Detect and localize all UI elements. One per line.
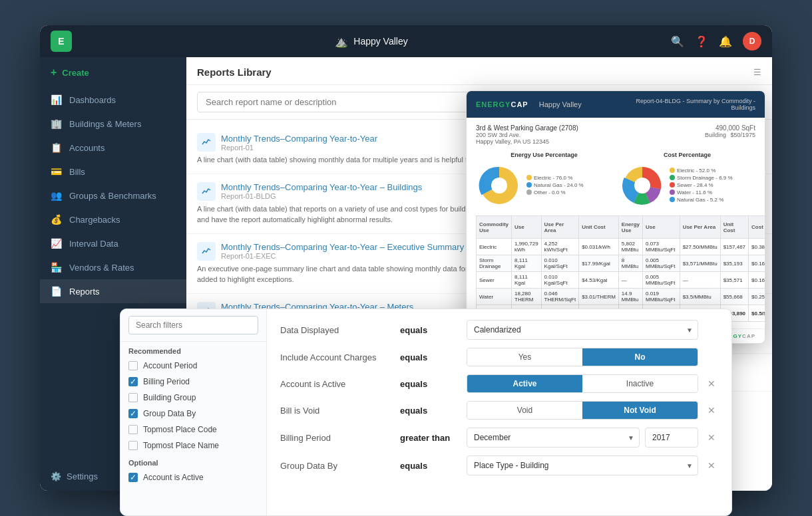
col-unit-cost: Unit Cost	[579, 216, 619, 239]
sidebar-item-groups[interactable]: 👥 Groups & Benchmarks	[40, 184, 186, 207]
include-charges-yes[interactable]: Yes	[467, 348, 582, 366]
billing-period-remove[interactable]: ✕	[705, 432, 718, 443]
cost-storm-dot	[670, 175, 675, 180]
cost-chart-section: Cost Percentage	[619, 152, 755, 209]
sidebar-item-vendors[interactable]: 🏪 Vendors & Rates	[40, 255, 186, 279]
group-data-by-value: Place Type - Building Place Type - Floor…	[467, 455, 698, 475]
filter-option-topmost-place-name[interactable]: Topmost Place Name	[120, 438, 266, 453]
bill-void-remove[interactable]: ✕	[705, 405, 718, 416]
include-charges-value: Yes No	[467, 348, 698, 366]
group-data-by-remove[interactable]: ✕	[705, 460, 718, 471]
preview-building-info: 3rd & West Parking Garage (2708) 200 SW …	[476, 124, 578, 145]
account-active-value: Active Inactive	[467, 374, 698, 393]
filter-option-building-group[interactable]: Building Group	[120, 390, 266, 406]
group-data-by-checkbox[interactable]: ✓	[128, 409, 138, 418]
billing-period-month-select[interactable]: JanuaryFebruaryMarch AprilMayJune JulyAu…	[467, 428, 640, 448]
account-active-label: Account is Active	[280, 379, 393, 389]
dashboards-icon: 📊	[51, 94, 63, 105]
reports-header: Reports Library ☰	[186, 57, 772, 85]
data-displayed-label: Data Displayed	[280, 325, 393, 335]
data-displayed-value: Calendarized Actual Normalized ▼	[467, 320, 698, 340]
data-displayed-select[interactable]: Calendarized Actual Normalized	[467, 320, 698, 340]
billing-period-op: greater than	[400, 433, 460, 443]
bill-void-btn[interactable]: Void	[467, 402, 582, 419]
sidebar-item-buildings[interactable]: 🏢 Buildings & Meters	[40, 112, 186, 136]
sidebar-item-accounts[interactable]: 📋 Accounts	[40, 136, 186, 160]
group-data-by-select[interactable]: Place Type - Building Place Type - Floor…	[467, 455, 698, 475]
col-e-unit: Unit Cost	[720, 216, 748, 239]
bill-notvoid-btn[interactable]: Not Void	[582, 402, 698, 419]
filter-option-account-period[interactable]: Account Period	[120, 358, 266, 374]
energy-pie-wrap: Electric - 76.0 % Natural Gas - 24.0 % O…	[476, 162, 612, 209]
filter-row-group-data-by: Group Data By equals Place Type - Buildi…	[280, 455, 718, 475]
billing-period-checkbox[interactable]: ✓	[128, 377, 138, 386]
help-icon[interactable]: ❓	[695, 35, 708, 48]
topmost-place-name-checkbox[interactable]	[128, 441, 138, 450]
sidebar-label-dashboards: Dashboards	[69, 95, 116, 105]
account-active-remove[interactable]: ✕	[705, 378, 718, 389]
sidebar-item-interval[interactable]: 📈 Interval Data	[40, 231, 186, 255]
billing-period-year-input[interactable]	[645, 428, 698, 448]
settings-label: Settings	[67, 471, 98, 481]
interval-icon: 📈	[51, 238, 63, 249]
recommended-section-title: Recommended	[120, 342, 266, 358]
report-01exec-code: Report-01-EXEC	[221, 252, 464, 260]
account-active-btn[interactable]: Active	[467, 375, 582, 392]
col-commodity: Commodity Use	[477, 216, 512, 239]
table-row: Water 18,280 THERM 0.046 THERM/SqFt $3.0…	[477, 289, 766, 305]
col-use-area: Use Per Area	[541, 216, 579, 239]
energy-legend: Electric - 76.0 % Natural Gas - 24.0 % O…	[526, 175, 584, 197]
filter-option-group-data-by[interactable]: ✓ Group Data By	[120, 406, 266, 422]
data-displayed-op: equals	[400, 325, 460, 335]
cost-legend: Electric - 52.0 % Storm Drainage - 6.9 %…	[670, 168, 733, 204]
preview-org: Happy Valley	[539, 100, 582, 108]
app-logo[interactable]: E	[51, 31, 72, 52]
bill-void-label: Bill is Void	[280, 406, 393, 416]
account-is-active-checkbox[interactable]: ✓	[128, 473, 138, 482]
reports-title: Reports Library	[197, 66, 272, 78]
reports-icon: 📄	[51, 286, 63, 297]
preview-logo: ENERGYCAP	[476, 100, 528, 108]
cost-sewer-label: Sewer - 28.4 %	[677, 182, 713, 188]
sidebar-item-bills[interactable]: 💳 Bills	[40, 160, 186, 184]
sidebar-item-chargebacks[interactable]: 💰 Chargebacks	[40, 207, 186, 231]
bldg-value: $50/1975	[730, 132, 755, 138]
group-data-by-row-label: Group Data By	[280, 461, 393, 471]
building-group-label: Building Group	[143, 393, 196, 402]
account-inactive-btn[interactable]: Inactive	[582, 375, 698, 392]
menu-icon[interactable]: ☰	[753, 67, 761, 77]
col-cost: Cost	[749, 216, 765, 239]
preview-sqft: 490,000 SqFt	[705, 124, 755, 132]
building-group-checkbox[interactable]	[128, 393, 138, 402]
sidebar-label-buildings: Buildings & Meters	[69, 119, 141, 129]
cost-water-dot	[670, 190, 675, 195]
include-charges-no[interactable]: No	[582, 348, 698, 366]
filter-list-panel: Recommended Account Period ✓ Billing Per…	[120, 309, 267, 515]
account-period-checkbox[interactable]	[128, 361, 138, 370]
preview-building-row: 3rd & West Parking Garage (2708) 200 SW …	[476, 124, 755, 145]
table-row: Storm Drainage 8,111 Kgal 0.010 Kgal/SqF…	[477, 255, 766, 272]
sidebar-item-reports[interactable]: 📄 Reports	[40, 279, 186, 303]
filter-search-input[interactable]	[128, 316, 258, 334]
search-icon[interactable]: 🔍	[671, 35, 684, 48]
avatar[interactable]: D	[743, 32, 761, 51]
bell-icon[interactable]: 🔔	[719, 35, 732, 48]
top-bar: E ⛰️ Happy Valley 🔍 ❓ 🔔 D	[40, 25, 772, 57]
group-data-by-label: Group Data By	[143, 409, 196, 418]
billing-period-label: Billing Period	[143, 377, 190, 386]
filter-option-topmost-place-code[interactable]: Topmost Place Code	[120, 422, 266, 438]
filter-option-account-is-active[interactable]: ✓ Account is Active	[120, 469, 266, 485]
sidebar-item-dashboards[interactable]: 📊 Dashboards	[40, 88, 186, 112]
energy-pie-chart	[476, 162, 522, 209]
cost-pie-wrap: Electric - 52.0 % Storm Drainage - 6.9 %…	[619, 162, 755, 209]
preview-title: Report-04-BLDG - Summary by Commodity - …	[622, 98, 755, 111]
table-row: Electric 1,990,729 kWh 4,252 kWh/SqFt $0…	[477, 239, 766, 255]
filter-option-billing-period[interactable]: ✓ Billing Period	[120, 374, 266, 390]
create-button[interactable]: + Create	[40, 57, 186, 88]
filter-dialog-inner: Recommended Account Period ✓ Billing Per…	[120, 309, 731, 515]
preview-window: ENERGYCAP Happy Valley Report-04-BLDG - …	[466, 90, 765, 344]
preview-header-left: ENERGYCAP Happy Valley	[476, 100, 582, 108]
filter-row-data-displayed: Data Displayed equals Calendarized Actua…	[280, 320, 718, 340]
top-bar-actions: 🔍 ❓ 🔔 D	[671, 32, 761, 51]
topmost-place-code-checkbox[interactable]	[128, 425, 138, 434]
